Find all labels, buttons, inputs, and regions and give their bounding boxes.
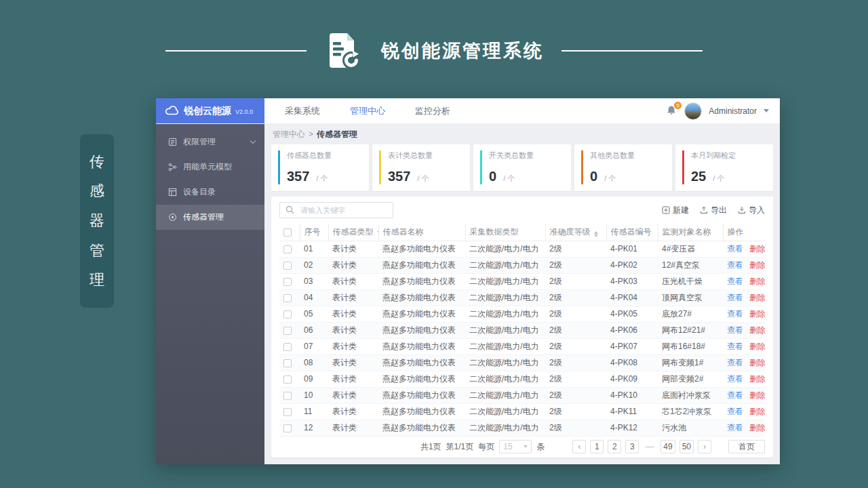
user-name[interactable]: Administrator	[709, 106, 757, 116]
row-checkbox[interactable]	[283, 343, 292, 351]
delete-link[interactable]: 删除	[749, 358, 765, 367]
nav-tab-监控分析[interactable]: 监控分析	[415, 105, 450, 117]
side-tag-char: 传	[90, 152, 104, 172]
notification-bell-icon[interactable]: 5	[666, 105, 677, 117]
导入-button[interactable]: 导入	[738, 205, 765, 216]
sort-icon[interactable]	[594, 231, 598, 237]
delete-link[interactable]: 删除	[749, 309, 765, 319]
row-checkbox[interactable]	[283, 359, 292, 367]
view-link[interactable]: 查看	[727, 293, 743, 302]
sidebar-item-用能单元模型[interactable]: 用能单元模型	[156, 155, 264, 180]
view-link[interactable]: 查看	[727, 244, 743, 253]
cell-code: 4-PK05	[606, 306, 658, 322]
row-checkbox[interactable]	[283, 262, 292, 270]
user-avatar[interactable]	[684, 102, 702, 120]
page-ellipsis: —	[643, 440, 656, 453]
column-header-序号: 序号	[300, 224, 328, 241]
search-input[interactable]	[279, 202, 393, 218]
caret-down-icon[interactable]	[764, 109, 769, 113]
next-page-button[interactable]: ›	[698, 440, 711, 453]
content-area: 管理中心 > 传感器管理 传感器总数量357/ 个表计类总数量357/ 个开关类…	[264, 124, 780, 464]
page-button-49[interactable]: 49	[660, 440, 675, 453]
sidebar-item-权限管理[interactable]: 权限管理	[156, 129, 264, 155]
delete-link[interactable]: 删除	[749, 374, 765, 384]
breadcrumb-separator: >	[309, 129, 313, 139]
cell-accuracy: 2级	[545, 387, 606, 403]
delete-link[interactable]: 删除	[749, 277, 765, 286]
row-checkbox[interactable]	[283, 392, 292, 400]
home-page-button[interactable]: 首页	[728, 440, 765, 453]
table-row: 02表计类燕赵多功能电力仪表二次能源/电力/电力2级4-PK0212#真空泵查看…	[279, 257, 765, 273]
delete-link[interactable]: 删除	[749, 423, 765, 432]
nav-tab-管理中心[interactable]: 管理中心	[350, 105, 385, 117]
sidebar-item-设备目录[interactable]: 设备目录	[156, 180, 264, 205]
sidebar: 权限管理用能单元模型设备目录传感器管理	[156, 124, 264, 464]
stat-label: 传感器总数量	[287, 150, 362, 161]
view-link[interactable]: 查看	[727, 277, 743, 286]
view-link[interactable]: 查看	[727, 325, 743, 335]
view-link[interactable]: 查看	[727, 358, 743, 367]
page-button-50[interactable]: 50	[679, 440, 694, 453]
view-link[interactable]: 查看	[727, 374, 743, 384]
view-link[interactable]: 查看	[727, 260, 743, 270]
row-checkbox[interactable]	[283, 424, 292, 432]
cell-type: 表计类	[328, 354, 378, 371]
notification-badge: 5	[674, 102, 682, 109]
delete-link[interactable]: 删除	[749, 325, 765, 335]
row-checkbox[interactable]	[283, 294, 292, 302]
app-logo[interactable]: 锐创云能源 V2.0.0	[156, 98, 264, 123]
select-all-checkbox[interactable]	[283, 228, 292, 237]
cell-type: 表计类	[328, 289, 378, 306]
cell-no: 12	[300, 420, 328, 436]
cell-data_type: 二次能源/电力/电力	[465, 322, 545, 338]
view-link[interactable]: 查看	[727, 423, 743, 432]
breadcrumb-parent[interactable]: 管理中心	[273, 129, 305, 140]
cell-name: 燕赵多功能电力仪表	[378, 403, 465, 420]
row-checkbox[interactable]	[283, 245, 292, 253]
cell-data_type: 二次能源/电力/电力	[465, 338, 545, 354]
app-logo-text: 锐创云能源	[184, 105, 231, 117]
row-checkbox[interactable]	[283, 278, 292, 286]
table-toolbar: 新建导出导入	[279, 197, 765, 224]
prev-page-button[interactable]: ‹	[572, 440, 586, 453]
sidebar-item-传感器管理[interactable]: 传感器管理	[156, 205, 264, 230]
cell-no: 10	[300, 387, 328, 403]
row-checkbox[interactable]	[283, 375, 292, 384]
export-icon	[700, 206, 708, 214]
delete-link[interactable]: 删除	[749, 407, 765, 416]
stat-unit: / 个	[417, 174, 429, 184]
delete-link[interactable]: 删除	[749, 260, 765, 270]
delete-link[interactable]: 删除	[749, 293, 765, 302]
nav-tab-采集系统[interactable]: 采集系统	[285, 105, 320, 117]
cell-target: 芯1芯2冲浆泵	[658, 403, 723, 420]
page-button-3[interactable]: 3	[625, 440, 639, 453]
cell-target: 网布16#18#	[658, 338, 723, 354]
cell-target: 顶网真空泵	[658, 289, 723, 306]
view-link[interactable]: 查看	[727, 309, 743, 319]
chevron-down-icon	[250, 138, 256, 144]
cell-code: 4-PK02	[606, 257, 658, 273]
cell-target: 网部变频2#	[658, 371, 723, 387]
delete-link[interactable]: 删除	[749, 244, 765, 253]
sensor-icon	[168, 213, 177, 222]
导出-button[interactable]: 导出	[700, 205, 727, 216]
row-checkbox[interactable]	[283, 408, 292, 416]
delete-link[interactable]: 删除	[749, 390, 765, 400]
view-link[interactable]: 查看	[727, 390, 743, 400]
delete-link[interactable]: 删除	[749, 342, 765, 351]
cell-target: 底放27#	[658, 306, 723, 322]
cell-name: 燕赵多功能电力仪表	[378, 322, 465, 338]
cell-target: 网布12#21#	[658, 322, 723, 338]
row-checkbox[interactable]	[283, 327, 292, 335]
table-row: 04表计类燕赵多功能电力仪表二次能源/电力/电力2级4-PK04顶网真空泵查看删…	[279, 289, 765, 306]
view-link[interactable]: 查看	[727, 407, 743, 416]
per-page-select[interactable]: 15	[499, 440, 532, 453]
cell-no: 05	[300, 306, 328, 322]
新建-button[interactable]: 新建	[662, 205, 689, 216]
row-checkbox[interactable]	[283, 310, 292, 319]
page-button-1[interactable]: 1	[590, 440, 604, 453]
page-button-2[interactable]: 2	[608, 440, 621, 453]
view-link[interactable]: 查看	[727, 342, 743, 351]
cell-type: 表计类	[328, 306, 378, 322]
table-panel: 新建导出导入 序号传感器类型传感器名称采集数据类型准确度等级传感器编号监测对象名…	[271, 197, 773, 458]
